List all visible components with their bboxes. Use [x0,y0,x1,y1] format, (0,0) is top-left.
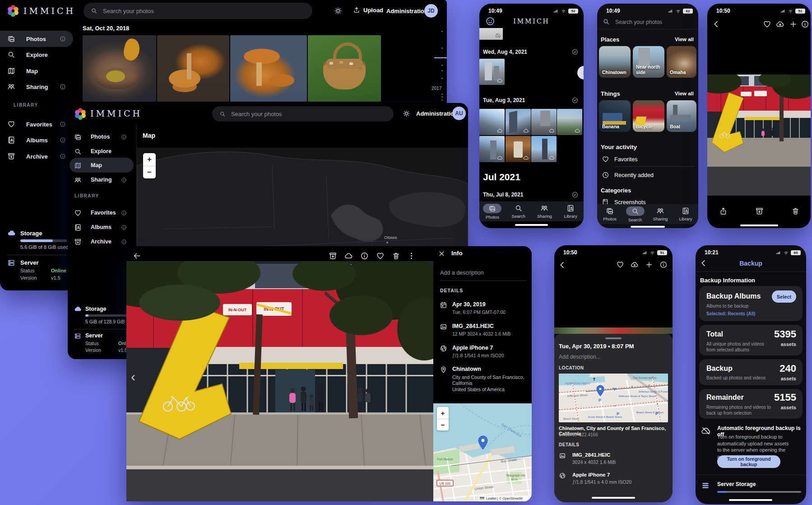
zoom-in-button[interactable]: + [143,153,156,166]
place-card[interactable]: Near north side [633,46,664,78]
photo-thumbnail[interactable] [479,109,505,135]
sidebar-row-photos[interactable]: Photos [70,129,136,145]
location-mini-map[interactable]: Bay Street Union Street Fort Mason Teleg… [433,403,532,501]
info-icon[interactable] [659,261,668,269]
photo-thumbnail[interactable] [506,136,531,162]
things-view-all[interactable]: View all [675,91,694,96]
select-day-icon[interactable] [571,97,579,104]
cloud-upload-icon[interactable] [631,261,639,269]
cloud-upload-icon[interactable] [776,20,784,28]
favorite-icon[interactable] [616,261,624,269]
favorites-item[interactable]: Favorites [614,156,637,163]
sidebar-row-photos[interactable]: Photos [0,31,73,47]
sidebar-row-archive[interactable]: Archive [70,234,136,249]
info-circle-icon[interactable] [60,121,66,127]
cloud-icon[interactable] [344,252,353,260]
map-zoom-controls[interactable]: + − [437,407,449,430]
info-circle-icon[interactable] [60,137,66,143]
nav-library[interactable]: Library [557,201,584,221]
select-day-icon[interactable] [571,191,579,198]
photo-thumbnail[interactable] [557,109,582,135]
theme-toggle-icon[interactable] [403,110,410,117]
search-input[interactable] [102,7,305,15]
home-indicator[interactable] [592,497,635,499]
info-circle-icon[interactable] [121,210,127,216]
thing-card[interactable]: Banana [599,100,631,132]
nav-search[interactable]: Search [622,204,648,224]
map-zoom-controls[interactable]: + − [143,153,156,178]
home-indicator[interactable] [729,499,772,501]
archive-icon[interactable] [755,207,764,215]
photo-viewer-image[interactable]: IN-N-OUT IN-N-OUT [126,261,433,501]
turn-on-foreground-backup-button[interactable]: Turn on foreground backup [717,455,780,468]
back-chevron-icon[interactable] [558,261,566,269]
home-indicator[interactable] [631,226,665,228]
drag-handle[interactable] [605,337,622,339]
share-icon[interactable] [719,207,728,215]
zoom-out-button[interactable]: − [143,166,156,178]
photo-thumbnail[interactable] [308,35,381,102]
sidebar-row-sharing[interactable]: Sharing [70,172,136,187]
places-view-all[interactable]: View all [675,37,694,42]
trash-icon[interactable] [791,207,800,215]
sidebar-row-map[interactable]: Map [0,63,73,79]
search-input[interactable] [230,110,386,118]
nav-sharing[interactable]: Sharing [532,201,558,221]
sidebar-row-albums[interactable]: Albums [0,132,73,148]
more-options-icon[interactable] [407,252,416,260]
sidebar-row-albums[interactable]: Albums [70,220,136,235]
upload-button[interactable]: Upload [353,6,383,14]
theme-toggle-icon[interactable] [334,7,342,15]
info-circle-icon[interactable] [60,153,66,159]
info-circle-icon[interactable] [121,177,127,183]
thing-card[interactable]: Bicycle [633,100,664,132]
photo-image[interactable] [707,75,811,196]
search-placeholder[interactable]: Search your photos [615,19,662,25]
photo-thumbnail[interactable] [157,35,229,102]
photo-thumbnail[interactable] [83,35,156,102]
add-description-field[interactable]: Add description... [559,354,601,360]
info-circle-icon[interactable] [121,224,127,230]
photo-thumbnail[interactable] [531,136,557,162]
administration-link[interactable]: Administration [386,8,428,14]
sidebar-row-favorites[interactable]: Favorites [70,205,136,220]
home-indicator[interactable] [515,224,548,226]
sidebar-row-map[interactable]: Map [70,158,136,173]
back-icon[interactable] [133,252,141,260]
photo-thumbnail[interactable] [479,136,505,162]
user-avatar[interactable]: AU [452,107,466,120]
info-circle-icon[interactable] [60,84,66,90]
trash-icon[interactable] [392,252,400,260]
zoom-out-button[interactable]: − [437,419,449,430]
nav-photos[interactable]: Photos [597,204,622,224]
favorite-icon[interactable] [376,252,385,260]
detail-bottom-sheet[interactable]: Tue, Apr 30, 2019 • 8:07 PM Add descript… [554,334,673,502]
add-icon[interactable] [789,20,798,28]
recently-added-item[interactable]: Recently added [614,172,654,178]
archive-icon[interactable] [329,252,337,260]
place-card[interactable]: Omaha [667,46,696,78]
info-icon[interactable] [360,252,369,260]
zoom-in-button[interactable]: + [437,407,449,419]
photo-thumbnail-partial[interactable] [479,28,503,40]
photo-thumbnail[interactable] [531,109,557,135]
close-icon[interactable] [438,250,445,257]
sidebar-row-favorites[interactable]: Favorites [0,117,73,132]
add-description-field[interactable]: Add a description [440,270,484,276]
info-circle-icon[interactable] [60,36,66,42]
sidebar-row-archive[interactable]: Archive [0,149,73,164]
photo-thumbnail[interactable] [506,109,531,135]
photo-strip[interactable] [554,327,673,334]
photo-thumbnail[interactable] [230,35,307,102]
nav-photos[interactable]: Photos [479,201,506,221]
photo-thumbnail[interactable] [479,59,505,85]
user-avatar[interactable]: JD [424,4,438,18]
info-circle-icon[interactable] [121,239,127,245]
select-albums-button[interactable]: Select [772,290,796,303]
home-indicator[interactable] [740,224,778,226]
search-bar[interactable] [212,106,394,122]
info-icon[interactable] [801,20,809,28]
select-day-icon[interactable] [571,48,579,56]
sidebar-row-explore[interactable]: Explore [70,144,136,159]
thing-card[interactable]: Boat [667,100,696,132]
